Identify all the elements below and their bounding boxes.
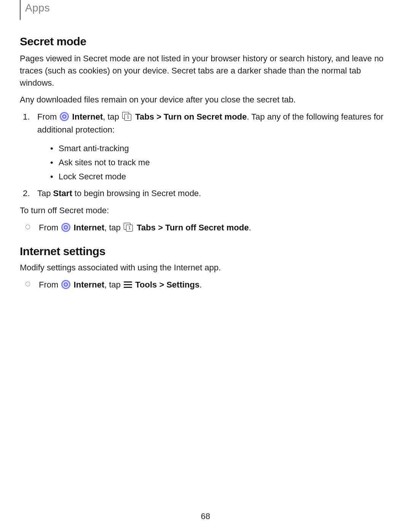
nav-path: Tabs > Turn off Secret mode [137,223,249,232]
bullet-icon: • [50,156,53,169]
paragraph: To turn off Secret mode: [20,204,391,217]
text-fragment: to begin browsing in Secret mode. [72,189,201,198]
page: Apps Secret mode Pages viewed in Secret … [0,0,411,532]
text-fragment: , tap [103,112,121,121]
list-item: • Ask sites not to track me [59,156,391,169]
text-fragment: . [199,280,202,289]
internet-icon [61,280,70,289]
action-name: Start [53,189,72,198]
tabs-icon-badge: 1 [124,114,131,121]
svg-point-8 [65,284,67,285]
list-item: ◌ From Internet, tap 1 Tabs > Turn off S… [39,221,391,234]
list-item-1: 1. From Internet, tap 1 Tabs > Turn on S… [37,110,391,136]
paragraph: Any downloaded files remain on your devi… [20,94,391,106]
tabs-icon: 1 [122,112,132,121]
ordered-list: 2. Tap Start to begin browsing in Secret… [20,187,391,200]
text-fragment: , tap [104,223,123,232]
app-name: Internet [74,223,105,232]
heading-secret-mode: Secret mode [20,35,391,48]
list-item: • Smart anti-tracking [59,142,391,155]
text-fragment: . [249,223,251,232]
app-name: Internet [74,280,105,289]
text-fragment: , tap [104,280,123,289]
page-number: 68 [0,511,411,521]
circle-bullet-icon: ◌ [25,279,30,289]
nav-path: Tools > Settings [135,280,199,289]
circle-list: ◌ From Internet, tap 1 Tabs > Turn off S… [20,221,391,234]
bullet-icon: • [50,142,53,155]
header-rule [20,0,21,20]
nav-path: Tabs > Turn on Secret mode [135,112,247,121]
list-item: • Lock Secret mode [59,170,391,183]
text-fragment: From [37,112,59,121]
tabs-icon-badge: 1 [126,225,133,232]
tabs-icon: 1 [124,223,134,232]
list-marker: 2. [23,187,30,200]
header-section-label: Apps [25,2,50,14]
list-marker: 1. [23,110,30,123]
text-fragment: Tap [37,189,53,198]
circle-list: ◌ From Internet, tap Tools > Settings. [20,278,391,291]
internet-icon [61,223,70,232]
paragraph: Pages viewed in Secret mode are not list… [20,53,391,89]
list-item: ◌ From Internet, tap Tools > Settings. [39,278,391,291]
text-fragment: Ask sites not to track me [59,158,150,167]
bullet-list: • Smart anti-tracking • Ask sites not to… [20,142,391,184]
svg-point-2 [64,115,65,117]
text-fragment: Lock Secret mode [59,172,126,181]
circle-bullet-icon: ◌ [25,222,30,232]
menu-icon [124,281,132,288]
ordered-list: 1. From Internet, tap 1 Tabs > Turn on S… [20,110,391,141]
app-name: Internet [72,112,103,121]
header: Apps [20,0,391,20]
text-fragment: Smart anti-tracking [59,144,129,153]
list-item-2: 2. Tap Start to begin browsing in Secret… [37,187,391,200]
internet-icon [60,112,69,121]
paragraph: Modify settings associated with using th… [20,262,391,274]
bullet-icon: • [50,170,53,183]
svg-point-5 [65,227,67,228]
heading-internet-settings: Internet settings [20,245,391,258]
text-fragment: From [39,223,61,232]
text-fragment: From [39,280,61,289]
